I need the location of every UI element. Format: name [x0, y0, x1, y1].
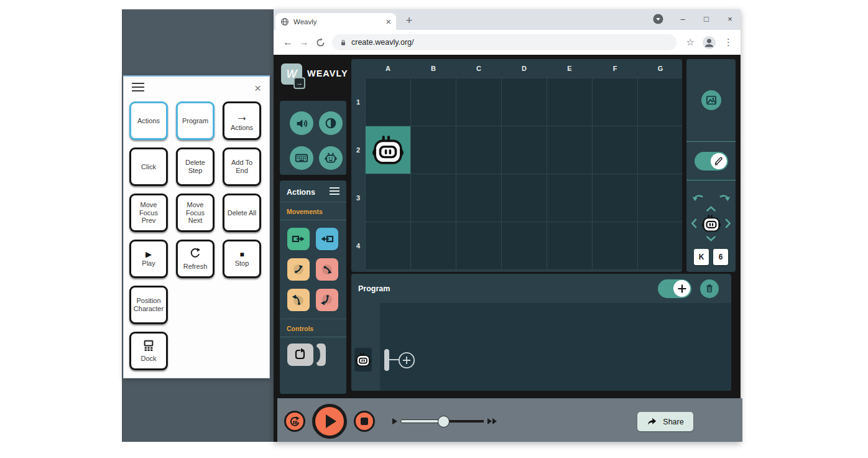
hamburger-menu-icon[interactable]: [132, 83, 144, 94]
turn-right-90-block[interactable]: [316, 289, 338, 311]
grid-cell: [638, 174, 682, 222]
turn-left-90-block[interactable]: [287, 289, 310, 311]
browser-window: Weavly × + – □ × ← → cr: [274, 9, 741, 442]
bookmark-star-icon[interactable]: ☆: [686, 37, 695, 48]
position-character-button[interactable]: Position Character: [129, 286, 168, 324]
slider-track-right[interactable]: [444, 420, 484, 423]
row-label: 1: [351, 78, 365, 126]
character-select-button[interactable]: [319, 146, 343, 170]
contrast-theme-button[interactable]: [319, 111, 343, 135]
url-bar[interactable]: create.weavly.org/: [332, 34, 676, 50]
grid-cell: [411, 222, 456, 269]
move-focus-prev-button[interactable]: Move Focus Prev: [129, 194, 168, 232]
switch-row: ▶ Play Refresh ■ Stop: [129, 240, 269, 278]
reset-button[interactable]: [284, 411, 305, 432]
forward-button[interactable]: →: [296, 37, 312, 48]
stop-button[interactable]: ■ Stop: [223, 240, 261, 278]
tab-strip: Weavly × + – □ ×: [274, 9, 741, 30]
keyboard-shortcuts-button[interactable]: [290, 146, 313, 170]
reload-button[interactable]: [312, 38, 328, 47]
close-icon[interactable]: ×: [254, 84, 261, 93]
stop-program-button[interactable]: [354, 411, 375, 432]
scene-options-panel: K 6: [686, 59, 736, 272]
grid-cell: [547, 222, 592, 269]
image-icon: [705, 94, 718, 106]
click-button[interactable]: Click: [129, 147, 168, 186]
turn-right-45-block[interactable]: [316, 258, 338, 281]
refresh-button[interactable]: Refresh: [176, 240, 215, 278]
audio-feedback-button[interactable]: [290, 111, 313, 135]
scene-grid: [365, 78, 682, 270]
grid-cell: [456, 78, 501, 126]
browser-update-badge-icon[interactable]: [653, 14, 663, 24]
play-program-button[interactable]: [312, 404, 347, 439]
weavly-logo: W → WEAVLY: [281, 63, 348, 88]
back-button[interactable]: ←: [280, 37, 296, 48]
movement-blocks: [280, 220, 346, 319]
add-to-end-button[interactable]: Add To End: [223, 147, 261, 186]
share-button[interactable]: Share: [637, 412, 693, 431]
grid-cell: [366, 174, 410, 222]
palette-menu-icon[interactable]: [330, 187, 339, 197]
grid-cell: [547, 174, 592, 222]
move-right-button[interactable]: [725, 218, 731, 229]
move-down-button[interactable]: [706, 235, 716, 241]
actions-target-button[interactable]: Actions: [129, 101, 168, 140]
connector-line: [389, 359, 399, 360]
scene: A B C D E F G 1 2 3 4: [351, 59, 682, 272]
share-arrow-icon: [647, 416, 657, 427]
tab-close-icon[interactable]: ×: [386, 19, 391, 25]
column-label: G: [638, 59, 682, 78]
profile-avatar[interactable]: [702, 35, 716, 50]
button-label: Stop: [235, 259, 249, 268]
coordinate-inputs: K 6: [694, 249, 728, 265]
move-focus-next-button[interactable]: Move Focus Next: [176, 194, 215, 232]
turn-clockwise-button[interactable]: [718, 193, 731, 202]
stop-icon: [361, 418, 368, 425]
browser-tab[interactable]: Weavly ×: [275, 13, 396, 30]
move-forward-block[interactable]: [287, 228, 310, 250]
grid-cell: [638, 222, 682, 269]
character-column: [351, 303, 380, 391]
row-coordinate-input[interactable]: 6: [713, 249, 728, 265]
pen-section: [686, 142, 736, 180]
column-label: C: [456, 59, 501, 78]
loop-icon: [293, 347, 308, 362]
loop-end-block[interactable]: [315, 344, 326, 366]
forward-arrow-icon: [291, 231, 306, 246]
pencil-icon: [713, 156, 724, 166]
slider-thumb[interactable]: [438, 416, 450, 428]
new-tab-button[interactable]: +: [402, 14, 417, 29]
add-step-toggle[interactable]: [658, 279, 691, 298]
program-target-button[interactable]: Program: [176, 101, 215, 140]
pen-toggle[interactable]: [695, 152, 728, 171]
dock-button[interactable]: Dock: [129, 332, 168, 370]
move-backward-block[interactable]: [316, 228, 338, 250]
delete-all-button[interactable]: Delete All: [223, 194, 261, 232]
column-coordinate-input[interactable]: K: [694, 249, 709, 265]
browser-menu-icon[interactable]: ⋮: [724, 37, 733, 48]
controls-section-label: Controls: [280, 319, 346, 337]
add-step-node[interactable]: [398, 352, 415, 369]
grid-cell: [411, 126, 456, 174]
loop-block[interactable]: [287, 344, 313, 366]
weavly-app: W → WEAVLY: [275, 55, 741, 398]
actions-arrow-button[interactable]: → Actions: [223, 101, 261, 140]
turn-left-45-block[interactable]: [287, 258, 310, 281]
delete-all-steps-button[interactable]: [700, 279, 719, 298]
background-picker-button[interactable]: [701, 90, 721, 110]
column-label: B: [411, 59, 456, 78]
grid-cell-character[interactable]: [366, 126, 410, 174]
program-sequence: [351, 303, 731, 391]
move-up-button[interactable]: [706, 206, 716, 212]
turn-counterclockwise-button[interactable]: [692, 193, 705, 202]
move-left-button[interactable]: [691, 218, 698, 229]
delete-step-button[interactable]: Delete Step: [176, 147, 215, 186]
maximize-button[interactable]: □: [702, 14, 711, 24]
switch-row: Move Focus Prev Move Focus Next Delete A…: [129, 194, 269, 232]
minimize-button[interactable]: –: [678, 14, 687, 24]
speaker-icon: [295, 117, 308, 130]
window-close-button[interactable]: ×: [726, 14, 734, 24]
play-button[interactable]: ▶ Play: [129, 240, 168, 278]
row-label: 4: [351, 222, 365, 269]
